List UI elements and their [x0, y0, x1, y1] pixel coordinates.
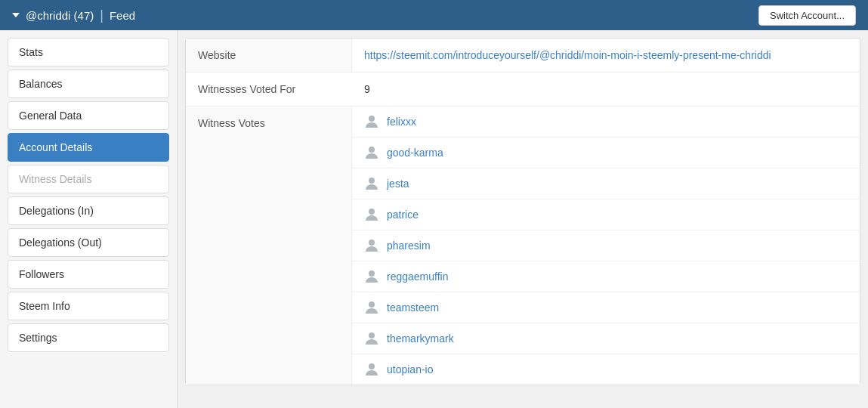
content-area: Website https://steemit.com/introduceyou… [178, 30, 868, 408]
sidebar-item-steem-info[interactable]: Steem Info [8, 292, 169, 320]
svg-point-0 [369, 116, 375, 122]
sidebar-item-delegations-out[interactable]: Delegations (Out) [8, 228, 169, 257]
svg-point-6 [369, 301, 375, 308]
svg-point-1 [369, 147, 375, 153]
account-name[interactable]: @chriddi (47) [26, 9, 94, 22]
user-icon [364, 331, 379, 346]
website-label: Website [186, 39, 352, 72]
user-icon [364, 207, 379, 222]
feed-link[interactable]: Feed [110, 9, 135, 22]
witness-votes-row: Witness Votes felixxx good-karma jesta p… [186, 107, 860, 385]
svg-point-8 [369, 363, 375, 369]
user-icon [364, 238, 379, 253]
witness-vote-item: patrice [352, 199, 860, 230]
user-icon [364, 176, 379, 191]
witness-name-link[interactable]: felixxx [387, 116, 416, 128]
user-icon [364, 269, 379, 284]
witness-vote-item: felixxx [352, 107, 860, 138]
website-row: Website https://steemit.com/introduceyou… [186, 39, 860, 73]
sidebar-item-balances[interactable]: Balances [8, 70, 169, 98]
witnesses-voted-for-count: 9 [364, 83, 370, 95]
svg-point-3 [369, 209, 375, 215]
sidebar-item-general-data[interactable]: General Data [8, 101, 169, 130]
dropdown-arrow-icon [12, 13, 20, 17]
witness-name-link[interactable]: utopian-io [387, 363, 434, 376]
witness-votes-label: Witness Votes [186, 107, 352, 385]
sidebar: StatsBalancesGeneral DataAccount Details… [0, 30, 178, 408]
website-value: https://steemit.com/introduceyourself/@c… [352, 39, 860, 72]
svg-point-5 [369, 270, 375, 277]
witness-name-link[interactable]: reggaemuffin [387, 270, 448, 283]
svg-point-7 [369, 332, 375, 338]
top-bar-divider: | [100, 8, 103, 23]
witness-vote-item: jesta [352, 168, 860, 199]
witness-vote-item: themarkymark [352, 323, 860, 354]
witness-vote-item: utopian-io [352, 354, 860, 385]
witnesses-voted-for-label: Witnesses Voted For [198, 83, 364, 95]
user-icon [364, 362, 379, 377]
witness-name-link[interactable]: patrice [387, 209, 419, 221]
witness-vote-item: good-karma [352, 138, 860, 168]
witness-vote-item: teamsteem [352, 292, 860, 323]
sidebar-item-witness-details: Witness Details [8, 165, 169, 193]
sidebar-item-settings[interactable]: Settings [8, 323, 169, 352]
witness-vote-item: pharesim [352, 230, 860, 261]
main-card: Website https://steemit.com/introduceyou… [185, 38, 860, 385]
sidebar-item-account-details[interactable]: Account Details [8, 133, 169, 162]
sidebar-item-delegations-in[interactable]: Delegations (In) [8, 196, 169, 225]
witness-name-link[interactable]: pharesim [387, 240, 431, 252]
website-link[interactable]: https://steemit.com/introduceyourself/@c… [364, 49, 771, 61]
switch-account-button[interactable]: Switch Account... [758, 5, 856, 26]
sidebar-item-stats[interactable]: Stats [8, 38, 169, 66]
sidebar-item-followers[interactable]: Followers [8, 260, 169, 289]
top-bar: @chriddi (47) | Feed Switch Account... [0, 0, 868, 30]
witness-name-link[interactable]: themarkymark [387, 332, 454, 345]
svg-point-2 [369, 178, 375, 184]
user-icon [364, 114, 379, 129]
witnesses-voted-for-row: Witnesses Voted For 9 [186, 73, 860, 107]
witness-name-link[interactable]: jesta [387, 178, 409, 190]
top-bar-left: @chriddi (47) | Feed [12, 8, 135, 23]
svg-point-4 [369, 240, 375, 246]
user-icon [364, 145, 379, 160]
witness-votes-list: felixxx good-karma jesta patrice pharesi… [352, 107, 860, 385]
witness-name-link[interactable]: teamsteem [387, 301, 439, 314]
witness-vote-item: reggaemuffin [352, 261, 860, 292]
witness-name-link[interactable]: good-karma [387, 147, 443, 159]
main-layout: StatsBalancesGeneral DataAccount Details… [0, 30, 868, 408]
user-icon [364, 300, 379, 315]
